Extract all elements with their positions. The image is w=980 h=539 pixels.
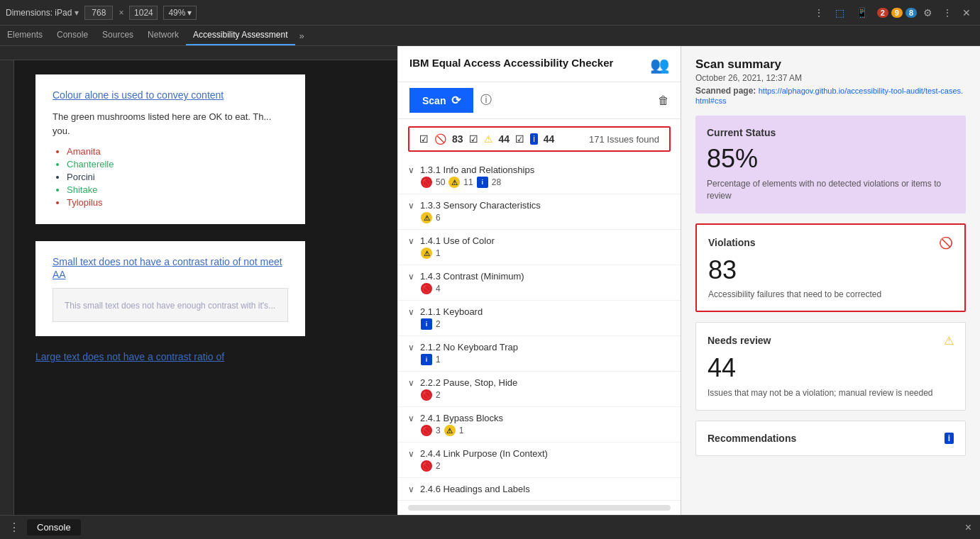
warning-count-8: 1	[459, 426, 464, 435]
violations-card-header: Violations 🚫	[708, 236, 953, 250]
preview-mushroom-list: Amanita Chanterelle Porcini Shitake Tylo…	[53, 146, 288, 208]
issue-title-10: 2.4.6 Headings and Labels	[420, 484, 671, 494]
devtools-more-btn[interactable]: ⋮	[939, 5, 956, 21]
width-input[interactable]	[84, 6, 113, 20]
chevron-down-icon: ∨	[408, 484, 414, 494]
main-content: Colour alone is used to convey content T…	[0, 46, 980, 515]
warning-badge-icon: ⚠	[421, 248, 432, 259]
recommendations-check: ☑	[515, 133, 524, 145]
info-count-1: 28	[492, 177, 501, 187]
preview-link-3[interactable]: Large text does not have a contrast rati…	[35, 351, 224, 362]
list-item: Amanita	[67, 146, 288, 157]
needs-review-check: ☑	[469, 133, 478, 145]
violations-description: Accessibility failures that need to be c…	[708, 289, 953, 299]
issue-row-3[interactable]: ∨ 1.4.1 Use of Color ⚠ 1	[398, 230, 681, 265]
scan-label: Scan	[422, 95, 446, 106]
issue-row-8[interactable]: ∨ 2.4.1 Bypass Blocks 🚫 3 ⚠ 1	[398, 407, 681, 443]
issue-row-3-header: ∨ 1.4.1 Use of Color	[408, 235, 671, 246]
close-bottom-panel-button[interactable]: ×	[965, 521, 971, 534]
preview-link-1[interactable]: Colour alone is used to convey content	[53, 89, 224, 101]
zoom-value: 49%	[168, 8, 185, 18]
issue-row-6[interactable]: ∨ 2.1.2 No Keyboard Trap i 1	[398, 336, 681, 372]
more-tabs-btn[interactable]: »	[295, 28, 309, 44]
horizontal-scrollbar[interactable]	[408, 505, 671, 511]
needs-review-description: Issues that may not be a violation; manu…	[708, 387, 954, 399]
list-item: Porcini	[67, 172, 288, 182]
info-badge-icon: i	[421, 354, 432, 365]
issue-row-4-header: ∨ 1.4.3 Contrast (Minimum)	[408, 271, 671, 282]
info-badge-icon: i	[421, 318, 432, 330]
toolbar-right: 2 9 8 ⚙ ⋮ ✕	[877, 5, 974, 21]
checker-actions: Scan ⟳ ⓘ 🗑	[398, 82, 681, 119]
tab-network[interactable]: Network	[141, 26, 186, 45]
needs-review-title: Needs review	[708, 335, 771, 346]
bottom-dots-icon[interactable]: ⋮	[9, 521, 20, 534]
issue-row-1-header: ∨ 1.3.1 Info and Relationships	[408, 165, 671, 175]
chevron-down-icon: ∨	[408, 378, 414, 388]
current-status-title: Current Status	[707, 127, 954, 138]
violations-summary-count: 83	[452, 133, 463, 145]
issue-row-2-header: ∨ 1.3.3 Sensory Characteristics	[408, 200, 671, 211]
warning-badge: 9	[891, 8, 903, 18]
warning-count-3: 1	[436, 248, 441, 258]
issue-row-10-header: ∨ 2.4.6 Headings and Labels	[408, 484, 671, 494]
checker-logo: 👥	[650, 56, 669, 74]
error-badge: 2	[877, 8, 888, 18]
violation-count-8: 3	[436, 426, 441, 435]
height-input[interactable]	[129, 6, 158, 20]
preview-link-2[interactable]: Small text does not have a contrast rati…	[53, 256, 282, 280]
preview-content: Colour alone is used to convey content T…	[14, 60, 326, 515]
violation-count-9: 2	[436, 461, 441, 471]
issue-row-10[interactable]: ∨ 2.4.6 Headings and Labels	[398, 478, 681, 501]
violation-badge-icon: 🚫	[421, 283, 432, 294]
info-button[interactable]: ⓘ	[480, 93, 492, 108]
issue-badges-3: ⚠ 1	[408, 246, 671, 259]
tab-accessibility[interactable]: Accessibility Assessment	[186, 26, 294, 45]
scan-date: October 26, 2021, 12:37 AM	[695, 73, 966, 83]
zoom-button[interactable]: 49% ▾	[163, 6, 197, 20]
toolbar-center: ⋮ ⬚ 📱	[810, 5, 871, 21]
issue-badges-8: 🚫 3 ⚠ 1	[408, 423, 671, 436]
issue-row-5[interactable]: ∨ 2.1.1 Keyboard i 2	[398, 301, 681, 336]
tab-console[interactable]: Console	[50, 26, 95, 45]
recommendations-info-icon: i	[945, 433, 954, 444]
zoom-chevron: ▾	[187, 8, 192, 18]
issue-row-7-header: ∨ 2.2.2 Pause, Stop, Hide	[408, 377, 671, 388]
tab-elements[interactable]: Elements	[0, 26, 50, 45]
issue-badges-4: 🚫 4	[408, 282, 671, 294]
issue-row-7[interactable]: ∨ 2.2.2 Pause, Stop, Hide 🚫 2	[398, 372, 681, 407]
recommendations-header: Recommendations i	[708, 433, 954, 444]
message-badge: 8	[905, 8, 917, 18]
console-tab[interactable]: Console	[27, 519, 81, 535]
device-btn[interactable]: 📱	[852, 5, 871, 21]
violation-badge: 🚫	[421, 177, 432, 188]
dimensions-label: Dimensions: iPad ▾	[6, 8, 79, 18]
tab-sources[interactable]: Sources	[95, 26, 141, 45]
cursor-btn[interactable]: ⬚	[832, 5, 848, 21]
preview-with-ruler: Colour alone is used to convey content T…	[0, 60, 397, 515]
recommendations-icon: i	[530, 133, 538, 145]
trash-button[interactable]: 🗑	[658, 94, 669, 107]
warning-badge-icon: ⚠	[444, 425, 456, 436]
violation-count-7: 2	[436, 390, 441, 400]
issue-row-9[interactable]: ∨ 2.4.4 Link Purpose (In Context) 🚫 2	[398, 443, 681, 478]
more-options-btn[interactable]: ⋮	[810, 5, 827, 21]
settings-btn[interactable]: ⚙	[920, 5, 936, 21]
violation-badge-icon: 🚫	[421, 425, 432, 436]
preview-contrast-box: This small text does not have enough con…	[53, 288, 288, 322]
issue-title-9: 2.4.4 Link Purpose (In Context)	[420, 448, 671, 459]
chevron-down-icon: ∨	[408, 272, 414, 282]
preview-card-3: Large text does not have a contrast rati…	[35, 350, 305, 363]
issue-row-4[interactable]: ∨ 1.4.3 Contrast (Minimum) 🚫 4	[398, 265, 681, 301]
issue-badges-2: ⚠ 6	[408, 211, 671, 223]
issue-title-5: 2.1.1 Keyboard	[420, 306, 671, 317]
scan-summary-pane: Scan summary October 26, 2021, 12:37 AM …	[681, 46, 980, 515]
issue-title-7: 2.2.2 Pause, Stop, Hide	[420, 377, 671, 388]
issue-title-3: 1.4.1 Use of Color	[420, 235, 671, 246]
warning-badge-icon: ⚠	[421, 212, 432, 223]
scan-button[interactable]: Scan ⟳	[409, 88, 473, 113]
close-devtools-btn[interactable]: ✕	[959, 5, 974, 21]
issue-row-1[interactable]: ∨ 1.3.1 Info and Relationships 🚫 50 ⚠ 11…	[398, 159, 681, 194]
issue-row-2[interactable]: ∨ 1.3.3 Sensory Characteristics ⚠ 6	[398, 194, 681, 230]
violations-red-icon: 🚫	[939, 236, 953, 250]
